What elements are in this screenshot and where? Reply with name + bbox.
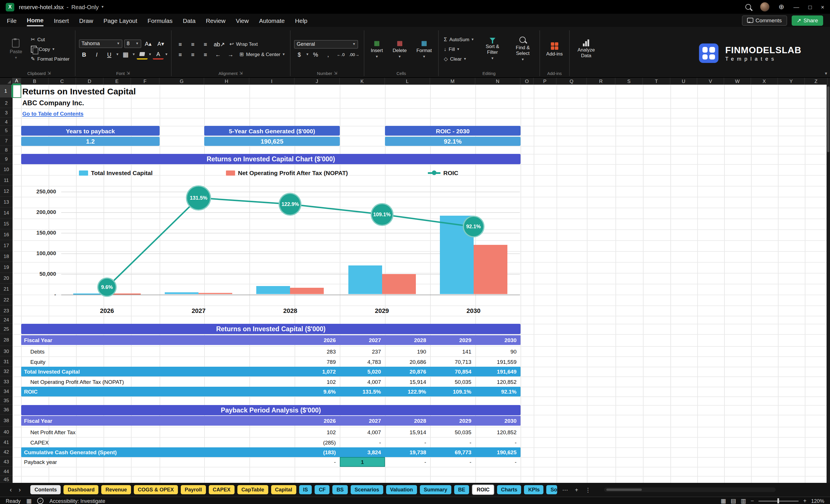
cell[interactable]: 90 (475, 348, 520, 354)
menu-tab-formulas[interactable]: Formulas (148, 15, 173, 26)
sheet-tab-payroll[interactable]: Payroll (181, 485, 206, 494)
orientation-icon[interactable]: ab↗ (213, 40, 226, 48)
column-header-H[interactable]: H (204, 78, 249, 85)
sheet-tab-scenarios[interactable]: Scenarios (351, 485, 383, 494)
cell[interactable]: 102 (295, 378, 340, 385)
column-header-M[interactable]: M (430, 78, 475, 85)
row-header-1[interactable]: 1 (0, 85, 12, 98)
underline-button[interactable]: U (104, 50, 115, 59)
row-header-11[interactable]: 11 (0, 175, 12, 186)
column-header-C[interactable]: C (49, 78, 76, 85)
column-header-K[interactable]: K (340, 78, 385, 85)
zoom-slider[interactable] (759, 500, 799, 501)
cell[interactable]: 109.1% (430, 388, 475, 395)
tab-options-icon[interactable]: ⋮ (583, 486, 593, 493)
cell[interactable]: 20,686 (385, 358, 430, 365)
cell[interactable]: 70,713 (430, 358, 475, 365)
chevron-down-icon[interactable]: ▾ (133, 52, 135, 57)
chevron-down-icon[interactable]: ▾ (306, 52, 308, 57)
column-header-O[interactable]: O (520, 78, 534, 85)
column-header-Z[interactable]: Z (805, 78, 828, 85)
sheet-tab-valuation[interactable]: Valuation (386, 485, 417, 494)
sheet-tab-dashboard[interactable]: Dashboard (64, 485, 99, 494)
column-header-W[interactable]: W (724, 78, 751, 85)
decrease-indent-icon[interactable]: ← (213, 50, 223, 59)
cell[interactable]: 69,773 (430, 449, 475, 455)
menu-tab-data[interactable]: Data (183, 15, 195, 26)
zoom-out-button[interactable]: − (751, 498, 754, 504)
normal-view-icon[interactable]: ▦ (721, 498, 726, 504)
decrease-decimal-button[interactable]: .00→ (348, 50, 360, 59)
cell[interactable]: 190,625 (475, 449, 520, 455)
vertical-scrollbar[interactable] (827, 85, 830, 483)
cell[interactable]: 50,035 (430, 429, 475, 435)
row-header-31[interactable]: 31 (0, 356, 12, 367)
delete-cells-button[interactable]: ▦Delete▾ (390, 29, 410, 69)
row-header-15[interactable]: 15 (0, 219, 12, 229)
sheet-tab-is[interactable]: IS (299, 485, 312, 494)
sheet-tab-charts[interactable]: Charts (497, 485, 521, 494)
sheet-tab-be[interactable]: BE (454, 485, 469, 494)
comments-button[interactable]: Comments (742, 15, 787, 26)
fill-color-button[interactable] (136, 50, 147, 59)
row-header-9[interactable]: 9 (0, 154, 12, 164)
sheet-tab-capital[interactable]: Capital (271, 485, 296, 494)
column-header-N[interactable]: N (475, 78, 520, 85)
row-header-5[interactable]: 5 (0, 126, 12, 135)
more-sheets-button[interactable]: ⋯ (561, 486, 570, 493)
analyze-data-button[interactable]: Analyze Data (573, 29, 600, 69)
cell[interactable]: - (430, 439, 475, 445)
fiscal-year-row[interactable]: Fiscal Year20262027202820292030 (21, 416, 520, 426)
wrap-text-button[interactable]: ↩Wrap Text (228, 40, 259, 48)
align-left-icon[interactable]: ≡ (175, 50, 186, 59)
cell[interactable]: 4,783 (340, 358, 385, 365)
new-sheet-button[interactable]: + (573, 486, 580, 493)
cell[interactable]: 102 (295, 429, 340, 435)
row-header-19[interactable]: 19 (0, 262, 12, 273)
horizontal-scrollbar[interactable] (604, 487, 776, 492)
column-header-D[interactable]: D (76, 78, 103, 85)
search-icon[interactable] (745, 4, 751, 10)
clear-button[interactable]: ◇Clear▾ (442, 55, 475, 63)
fill-button[interactable]: ↓Fill▾ (442, 45, 475, 54)
cell[interactable]: 141 (430, 348, 475, 354)
column-header-A[interactable]: A (12, 78, 21, 85)
cell[interactable]: - (295, 459, 340, 465)
cell[interactable]: 19,738 (385, 449, 430, 455)
row-header-45[interactable]: 45 (0, 476, 12, 483)
cell[interactable]: 50,035 (430, 378, 475, 385)
row-header-40[interactable]: 40 (0, 427, 12, 437)
row-header-18[interactable]: 18 (0, 251, 12, 262)
row-header-36[interactable]: 36 (0, 405, 12, 415)
globe-icon[interactable]: ⊕ (778, 3, 784, 10)
cell[interactable]: 237 (340, 348, 385, 354)
menu-tab-automate[interactable]: Automate (259, 15, 285, 26)
font-size-select[interactable]: 8▾ (124, 39, 141, 48)
row-header-35[interactable]: 35 (0, 397, 12, 405)
chevron-down-icon[interactable]: ▾ (117, 52, 119, 57)
cell[interactable]: - (340, 439, 385, 445)
row-header-20[interactable]: 20 (0, 273, 12, 284)
menu-tab-help[interactable]: Help (295, 15, 308, 26)
vertical-scrollbar-thumb[interactable] (827, 86, 829, 152)
cell[interactable]: 15,914 (385, 429, 430, 435)
row-header-21[interactable]: 21 (0, 284, 12, 295)
fiscal-year-row[interactable]: Fiscal Year20262027202820292030 (21, 335, 520, 345)
row-header-17[interactable]: 17 (0, 240, 12, 251)
paste-button[interactable]: Paste ▾ (7, 29, 25, 69)
cell[interactable]: - (430, 459, 475, 465)
sheet-tab-roic[interactable]: ROIC (472, 484, 494, 495)
font-family-select[interactable]: Tahoma▾ (78, 39, 122, 48)
row-header-10[interactable]: 10 (0, 164, 12, 175)
menu-tab-page-layout[interactable]: Page Layout (103, 15, 137, 26)
page-break-view-icon[interactable]: ▥ (741, 498, 746, 504)
chevron-down-icon[interactable]: ▾ (165, 52, 167, 57)
maximize-button[interactable]: □ (808, 4, 812, 10)
column-header-I[interactable]: I (249, 78, 295, 85)
sheet-tab-cogs-opex[interactable]: COGS & OPEX (134, 485, 178, 494)
row-header-38[interactable]: 38 (0, 415, 12, 427)
find-select-button[interactable]: Find & Select▾ (510, 29, 536, 69)
row-header-43[interactable]: 43 (0, 457, 12, 467)
format-painter-button[interactable]: ✎Format Painter (29, 55, 71, 63)
align-center-icon[interactable]: ≡ (187, 50, 198, 59)
